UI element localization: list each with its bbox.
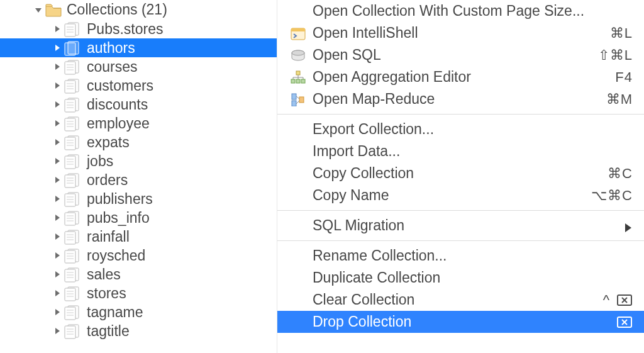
menu-item[interactable]: SQL Migration [277,215,644,237]
tree-item[interactable]: tagname [0,303,277,322]
tree-folder-row[interactable]: Collections (21) [0,0,277,20]
menu-item-label: Open IntelliShell [313,25,604,42]
icon-placeholder [290,248,306,264]
tree-item[interactable]: roysched [0,246,277,265]
disclosure-triangle-icon[interactable] [53,270,62,279]
collection-icon [64,79,83,92]
svg-marker-9 [55,177,60,183]
icon-placeholder [290,188,306,204]
tree-item-label: pubs_info [87,210,150,227]
disclosure-triangle-icon[interactable] [53,213,62,222]
menu-item[interactable]: Open Aggregation EditorF4 [277,66,644,88]
tree-item[interactable]: sales [0,265,277,284]
collection-icon [64,192,83,206]
collection-icon [64,249,83,262]
menu-item-label: Open Collection With Custom Page Size... [313,3,633,20]
disclosure-triangle-icon[interactable] [53,138,62,147]
tree-item-label: courses [87,59,138,76]
svg-marker-16 [55,309,60,315]
tree-item-label: expats [87,134,130,151]
tree-item-label: employee [87,115,150,132]
collection-icon [64,154,83,168]
disclosure-triangle-icon[interactable] [53,327,62,335]
disclosure-triangle-icon[interactable] [53,62,62,71]
menu-item[interactable]: Open IntelliShell⌘L [277,22,644,44]
icon-placeholder [290,218,306,234]
menu-item-label: Open Aggregation Editor [313,69,609,86]
sql-icon [290,47,306,64]
disclosure-triangle-icon[interactable] [53,157,62,165]
collection-icon [64,286,83,300]
disclosure-triangle-icon[interactable] [53,81,62,90]
menu-item-label: SQL Migration [313,217,618,234]
disclosure-triangle-icon[interactable] [53,25,62,33]
tree-item[interactable]: orders [0,171,277,189]
menu-item[interactable]: Copy Name⌥⌘C [277,184,644,206]
menu-item[interactable]: Drop Collection [277,311,644,333]
disclosure-triangle-icon[interactable] [53,251,62,260]
tree-item[interactable]: authors [0,38,277,57]
menu-item[interactable]: Open SQL⇧⌘L [277,44,644,66]
tree-item[interactable]: expats [0,133,277,152]
tree-item-label: orders [87,172,128,189]
disclosure-triangle-icon[interactable] [53,289,62,298]
icon-placeholder [290,314,306,330]
collection-icon [64,230,83,244]
disclosure-triangle-icon[interactable] [34,6,43,14]
tree-item-label: sales [87,266,121,283]
menu-item[interactable]: Rename Collection... [277,245,644,267]
menu-item-label: Open SQL [313,47,592,64]
tree-item[interactable]: tagtitle [0,322,277,340]
tree-item[interactable]: publishers [0,189,277,208]
menu-shortcut: ^ [603,292,610,308]
tree-item[interactable]: customers [0,76,277,95]
svg-marker-12 [55,233,60,240]
tree-item[interactable]: Pubs.stores [0,20,277,38]
disclosure-triangle-icon[interactable] [53,176,62,184]
menu-shortcut: ⇧⌘L [598,47,633,64]
tree-item[interactable]: rainfall [0,227,277,246]
tree-item-label: tagtitle [87,323,130,340]
disclosure-triangle-icon[interactable] [53,232,62,241]
menu-item[interactable]: Clear Collection^ [277,289,644,311]
svg-marker-2 [55,45,60,51]
disclosure-triangle-icon[interactable] [53,308,62,317]
folder-icon [45,3,62,17]
menu-item-label: Copy Name [313,187,585,204]
context-menu: Open Collection With Custom Page Size...… [277,0,644,353]
menu-item[interactable]: Open Collection With Custom Page Size... [277,0,644,22]
submenu-arrow-icon [624,220,633,232]
svg-marker-13 [55,252,60,259]
menu-item-label: Copy Collection [313,165,601,182]
tree-item[interactable]: jobs [0,152,277,171]
disclosure-triangle-icon[interactable] [53,100,62,109]
menu-shortcut: ⌘L [610,25,633,42]
tree-item[interactable]: discounts [0,95,277,114]
menu-item-label: Drop Collection [313,313,610,330]
menu-item-label: Import Data... [313,143,633,160]
menu-item[interactable]: Export Collection... [277,118,644,140]
tree-item[interactable]: employee [0,114,277,133]
icon-placeholder [290,121,306,138]
svg-marker-14 [55,271,60,277]
menu-item[interactable]: Open Map-Reduce⌘M [277,88,644,110]
tree-item-label: stores [87,285,126,302]
tree-folder-label: Collections (21) [67,1,167,18]
menu-item[interactable]: Copy Collection⌘C [277,162,644,184]
tree-item-label: tagname [87,304,143,321]
delete-icon [616,293,633,307]
tree-item[interactable]: stores [0,284,277,303]
disclosure-triangle-icon[interactable] [53,194,62,203]
collection-icon [64,135,83,149]
collection-icon [64,211,83,225]
menu-item-label: Export Collection... [313,121,633,138]
collection-icon [64,41,83,55]
disclosure-triangle-icon[interactable] [53,43,62,52]
menu-item[interactable]: Duplicate Collection [277,267,644,289]
collection-icon [64,98,83,111]
tree-item[interactable]: courses [0,57,277,76]
disclosure-triangle-icon[interactable] [53,119,62,128]
tree-item[interactable]: pubs_info [0,208,277,227]
collection-icon [64,324,83,338]
menu-item[interactable]: Import Data... [277,140,644,162]
